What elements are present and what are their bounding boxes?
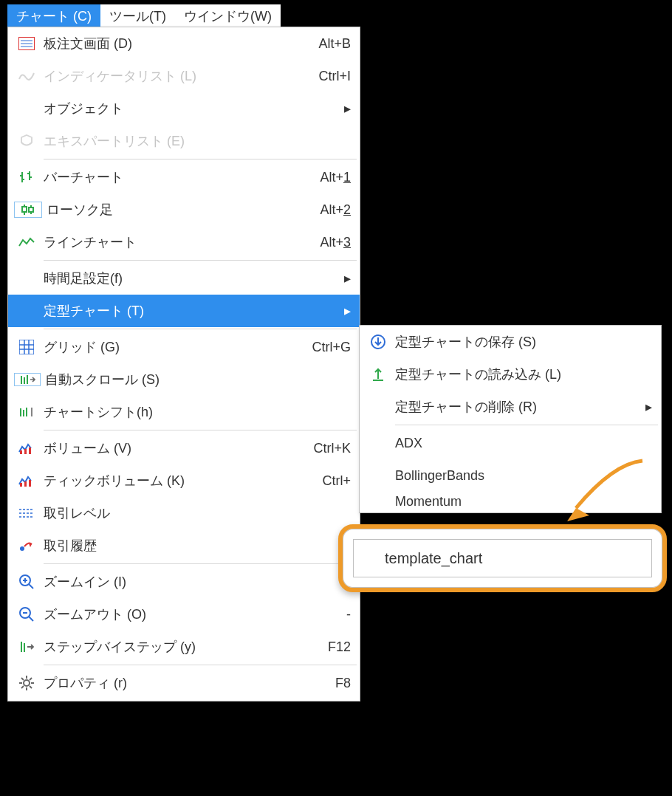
menu-timeframe[interactable]: 時間足設定(f) ▸: [8, 262, 360, 295]
menu-label: グリッド (G): [39, 338, 312, 356]
menu-label: インディケータリスト (L): [39, 67, 318, 85]
background: [360, 0, 672, 325]
menu-indicator-list: インディケータリスト (L) Ctrl+I: [8, 60, 360, 92]
svg-rect-33: [24, 481, 27, 487]
menu-accel: F12: [328, 639, 351, 655]
menu-accel: F8: [335, 676, 351, 691]
menu-label: 定型チャート (T): [39, 302, 340, 320]
submenu-label: 定型チャートの削除 (R): [391, 398, 642, 416]
zoom-in-icon: [14, 574, 39, 590]
svg-point-38: [20, 546, 24, 551]
menu-candle[interactable]: ローソク足 Alt+2: [8, 193, 360, 226]
menu-order-board[interactable]: 板注文画面 (D) Alt+B: [8, 27, 360, 60]
save-circle-icon: [366, 334, 391, 350]
menu-line-chart[interactable]: ラインチャート Alt+3: [8, 226, 360, 258]
menu-label: 板注文画面 (D): [39, 35, 318, 52]
svg-point-49: [24, 680, 30, 686]
callout-highlight: template_chart: [338, 524, 667, 592]
menu-trade-levels[interactable]: 取引レベル: [8, 497, 360, 529]
submenu-bollinger[interactable]: BollingerBands: [360, 459, 661, 492]
menu-zoom-out[interactable]: ズームアウト (O) -: [8, 598, 360, 631]
svg-line-45: [29, 617, 33, 621]
load-arrow-icon: [366, 366, 391, 382]
svg-line-57: [30, 678, 32, 680]
menu-label: ボリューム (V): [39, 439, 313, 457]
chart-dropdown: 板注文画面 (D) Alt+B インディケータリスト (L) Ctrl+I オブ…: [7, 27, 360, 701]
submenu-arrow-icon: ▸: [340, 270, 351, 287]
trade-levels-icon: [14, 507, 39, 520]
menu-label: 取引履歴: [39, 537, 351, 555]
step-icon: [14, 640, 39, 653]
menu-zoom-in[interactable]: ズームイン (I) +: [8, 566, 360, 598]
chart-shift-icon: [14, 406, 39, 418]
submenu-save[interactable]: 定型チャートの保存 (S): [360, 326, 661, 358]
line-chart-icon: [14, 236, 39, 248]
svg-rect-31: [29, 447, 31, 454]
menu-accel: Ctrl+G: [312, 340, 351, 355]
menubar: チャート (C) ツール(T) ウインドウ(W): [7, 4, 281, 27]
svg-line-54: [21, 678, 24, 680]
menu-label: プロパティ (r): [39, 674, 335, 692]
submenu-arrow-icon: ▸: [642, 399, 652, 415]
menu-accel: Alt+B: [318, 36, 351, 52]
separator: [395, 425, 658, 425]
menu-accel: Ctrl+I: [318, 69, 351, 84]
menu-bar-chart[interactable]: バーチャート Alt+1: [8, 161, 360, 193]
menu-step-by-step[interactable]: ステップバイステップ (y) F12: [8, 631, 360, 663]
menu-accel: Ctrl+K: [313, 441, 351, 456]
menu-chart[interactable]: チャート (C): [7, 4, 100, 27]
menu-auto-scroll[interactable]: 自動スクロール (S): [8, 363, 360, 396]
menu-chart-shift[interactable]: チャートシフト(h): [8, 396, 360, 428]
gear-icon: [14, 675, 39, 691]
order-board-icon: [14, 37, 39, 50]
menu-label: ローソク足: [42, 201, 320, 219]
menu-label: ラインチャート: [39, 233, 320, 251]
submenu-label: 定型チャートの読み込み (L): [391, 366, 652, 383]
submenu-delete[interactable]: 定型チャートの削除 (R) ▸: [360, 391, 661, 423]
tick-volume-icon: [14, 474, 39, 487]
menu-label: チャートシフト(h): [39, 403, 351, 421]
indicator-icon: [14, 70, 39, 82]
separator: [44, 430, 357, 430]
separator: [44, 159, 357, 159]
submenu-load[interactable]: 定型チャートの読み込み (L): [360, 358, 661, 391]
menu-label: ズームイン (I): [39, 573, 343, 591]
menu-templates[interactable]: 定型チャート (T) ▸: [8, 295, 360, 327]
volume-icon: [14, 442, 39, 455]
svg-rect-11: [22, 207, 27, 212]
menu-label: ティックボリューム (K): [39, 472, 322, 490]
menu-accel: Alt+1: [320, 170, 351, 185]
menu-tools[interactable]: ツール(T): [100, 4, 175, 27]
menu-window[interactable]: ウインドウ(W): [175, 4, 281, 27]
expert-icon: [14, 134, 39, 148]
svg-rect-29: [20, 450, 22, 454]
menu-trade-history[interactable]: 取引履歴: [8, 529, 360, 562]
callout-label: template_chart: [385, 550, 482, 567]
submenu-template-chart[interactable]: template_chart: [353, 539, 652, 577]
menu-tick-volume[interactable]: ティックボリューム (K) Ctrl+: [8, 464, 360, 497]
menu-accel: Ctrl+: [322, 473, 351, 489]
svg-line-55: [30, 686, 32, 688]
svg-rect-30: [24, 449, 27, 454]
submenu-adx[interactable]: ADX: [360, 427, 661, 459]
svg-line-56: [21, 686, 24, 688]
separator: [44, 329, 357, 329]
submenu-label: BollingerBands: [391, 468, 652, 484]
menu-grid[interactable]: グリッド (G) Ctrl+G: [8, 331, 360, 363]
menu-expert-list: エキスパートリスト (E): [8, 125, 360, 157]
submenu-label: Momentum: [391, 494, 652, 509]
svg-rect-13: [29, 207, 33, 212]
menu-label: 取引レベル: [39, 504, 351, 522]
svg-rect-34: [29, 480, 31, 487]
submenu-momentum[interactable]: Momentum: [360, 492, 661, 511]
menu-accel: -: [346, 607, 351, 622]
separator: [44, 563, 357, 564]
separator: [44, 260, 357, 261]
bar-chart-icon: [14, 170, 39, 185]
submenu-label: 定型チャートの保存 (S): [391, 333, 652, 351]
menu-properties[interactable]: プロパティ (r) F8: [8, 667, 360, 699]
menu-objects[interactable]: オブジェクト ▸: [8, 92, 360, 125]
submenu-arrow-icon: ▸: [340, 303, 351, 319]
menu-volume[interactable]: ボリューム (V) Ctrl+K: [8, 432, 360, 464]
grid-icon: [14, 340, 39, 354]
